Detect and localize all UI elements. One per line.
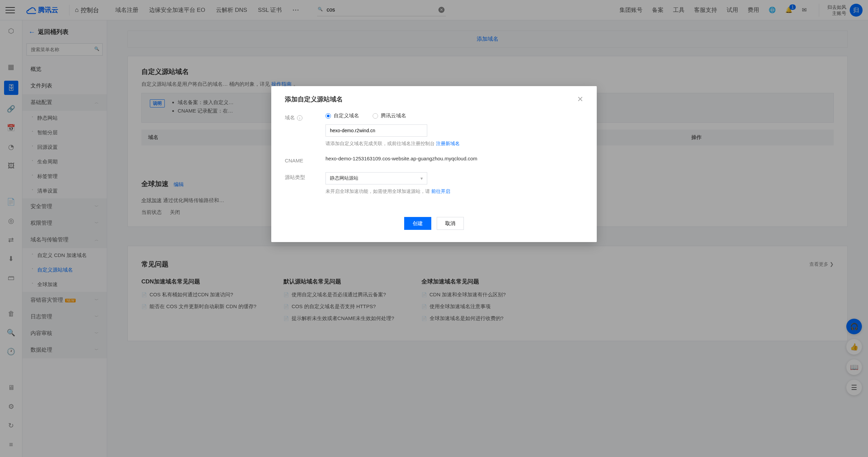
register-domain-link[interactable]: 注册新域名: [436, 141, 460, 146]
create-button[interactable]: 创建: [404, 217, 431, 230]
domain-label: 域名: [285, 115, 295, 121]
add-domain-modal: 添加自定义源站域名 ✕ 域名 i 自定义域名 腾讯云域名 请添加自定义域名完成关…: [271, 86, 597, 242]
cname-value: hexo-demo-1253163109.cos-website.ap-guan…: [326, 156, 477, 161]
origin-type-select[interactable]: 静态网站源站 ▾: [326, 172, 427, 184]
domain-hint: 请添加自定义域名完成关联，或前往域名注册控制台 注册新域名: [326, 141, 583, 147]
chevron-down-icon: ▾: [420, 176, 423, 181]
info-icon[interactable]: i: [297, 115, 302, 121]
cancel-button[interactable]: 取消: [437, 217, 464, 230]
radio-qcloud-domain[interactable]: 腾讯云域名: [373, 113, 406, 119]
radio-custom-domain[interactable]: 自定义域名: [326, 113, 359, 119]
close-icon[interactable]: ✕: [577, 95, 583, 104]
origin-type-label: 源站类型: [285, 174, 305, 181]
enable-accel-link[interactable]: 前往开启: [431, 188, 450, 194]
cname-label: CNAME: [285, 158, 303, 163]
domain-input[interactable]: [326, 124, 427, 137]
modal-title: 添加自定义源站域名: [285, 95, 343, 104]
origin-hint: 未开启全球加速功能，如需使用全球加速源站，请 前往开启: [326, 188, 583, 195]
